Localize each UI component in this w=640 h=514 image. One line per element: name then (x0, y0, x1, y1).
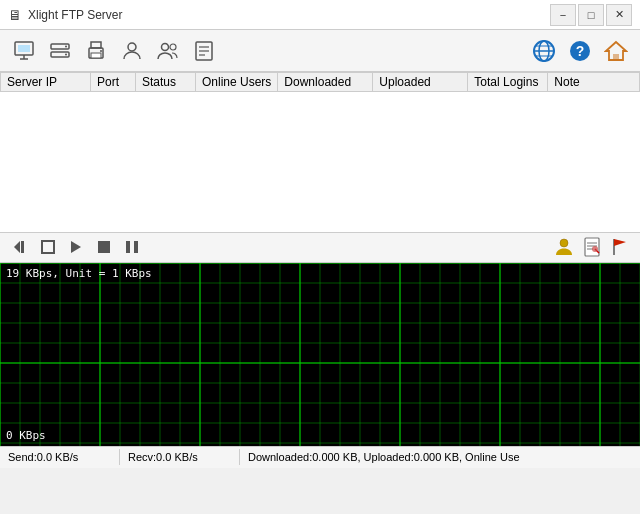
log-small-icon (582, 237, 602, 257)
svg-marker-44 (614, 239, 626, 246)
svg-rect-34 (134, 241, 138, 253)
home-icon (604, 39, 628, 63)
svg-rect-9 (91, 42, 101, 48)
server-settings-button[interactable] (44, 35, 76, 67)
svg-rect-10 (91, 53, 101, 58)
stop-button[interactable] (36, 235, 60, 259)
globe-icon (531, 38, 557, 64)
svg-point-12 (128, 43, 136, 51)
app-icon: 🖥 (8, 7, 22, 23)
play-button[interactable] (64, 235, 88, 259)
col-online-users: Online Users (196, 73, 278, 92)
graph-label-top: 19 KBps, Unit = 1 KBps (6, 267, 152, 280)
col-port: Port (91, 73, 136, 92)
group-manager-button[interactable] (152, 35, 184, 67)
svg-point-11 (100, 50, 102, 52)
svg-marker-28 (14, 241, 20, 253)
col-note: Note (548, 73, 640, 92)
bottom-toolbar (0, 233, 640, 263)
server-icon (49, 40, 71, 62)
home-button[interactable] (600, 35, 632, 67)
status-recv: Recv:0.0 KB/s (120, 449, 240, 465)
status-send: Send:0.0 KB/s (0, 449, 120, 465)
svg-rect-27 (613, 54, 619, 60)
title-bar: 🖥 Xlight FTP Server − □ ✕ (0, 0, 640, 30)
table-header-row: Server IP Port Status Online Users Downl… (1, 73, 640, 92)
svg-point-6 (65, 45, 67, 47)
bottom-toolbar-left (8, 235, 144, 259)
pause-icon (124, 239, 140, 255)
server-status-button[interactable] (80, 35, 112, 67)
svg-rect-30 (42, 241, 54, 253)
svg-point-14 (170, 44, 176, 50)
user-small-icon (553, 236, 575, 258)
svg-text:?: ? (576, 43, 585, 59)
flag-icon (610, 237, 630, 257)
svg-rect-29 (21, 241, 24, 253)
graph-label-bottom: 0 KBps (6, 429, 46, 442)
toolbar-left (8, 35, 220, 67)
help-button[interactable]: ? (564, 35, 596, 67)
server-table: Server IP Port Status Online Users Downl… (0, 72, 640, 232)
empty-row (1, 92, 640, 232)
user-small-button[interactable] (552, 235, 576, 259)
close-button[interactable]: ✕ (606, 4, 632, 26)
skip-back-button[interactable] (8, 235, 32, 259)
users-icon (157, 40, 179, 62)
log-icon (193, 40, 215, 62)
flag-button[interactable] (608, 235, 632, 259)
log-viewer-button[interactable] (188, 35, 220, 67)
col-status: Status (136, 73, 196, 92)
log-small-button[interactable] (580, 235, 604, 259)
app-title: Xlight FTP Server (28, 8, 122, 22)
toolbar: ? (0, 30, 640, 72)
svg-rect-33 (126, 241, 130, 253)
maximize-button[interactable]: □ (578, 4, 604, 26)
col-uploaded: Uploaded (373, 73, 468, 92)
graph-area: 19 KBps, Unit = 1 KBps 0 KBps (0, 263, 640, 446)
skip-back-icon (12, 239, 28, 255)
title-controls: − □ ✕ (550, 4, 632, 26)
stop-icon (96, 239, 112, 255)
minimize-button[interactable]: − (550, 4, 576, 26)
graph-canvas (0, 263, 640, 446)
svg-marker-31 (71, 241, 81, 253)
printer-icon (85, 40, 107, 62)
user-manager-button[interactable] (116, 35, 148, 67)
col-server-ip: Server IP (1, 73, 91, 92)
svg-point-42 (592, 246, 598, 252)
help-icon: ? (567, 38, 593, 64)
svg-point-7 (65, 53, 67, 55)
web-config-button[interactable] (528, 35, 560, 67)
add-server-button[interactable] (8, 35, 40, 67)
col-downloaded: Downloaded (278, 73, 373, 92)
title-left: 🖥 Xlight FTP Server (8, 7, 122, 23)
svg-rect-3 (18, 45, 30, 52)
toolbar-right: ? (528, 35, 632, 67)
stop-square-icon (40, 239, 56, 255)
svg-rect-32 (98, 241, 110, 253)
status-bar: Send:0.0 KB/s Recv:0.0 KB/s Downloaded:0… (0, 446, 640, 468)
user-icon (121, 40, 143, 62)
server-table-area: Server IP Port Status Online Users Downl… (0, 72, 640, 233)
stop2-button[interactable] (92, 235, 116, 259)
monitor-icon (13, 40, 35, 62)
pause-button[interactable] (120, 235, 144, 259)
status-stats: Downloaded:0.000 KB, Uploaded:0.000 KB, … (240, 449, 640, 465)
col-total-logins: Total Logins (468, 73, 548, 92)
bottom-toolbar-right (552, 235, 632, 259)
play-icon (68, 239, 84, 255)
svg-point-13 (162, 43, 169, 50)
